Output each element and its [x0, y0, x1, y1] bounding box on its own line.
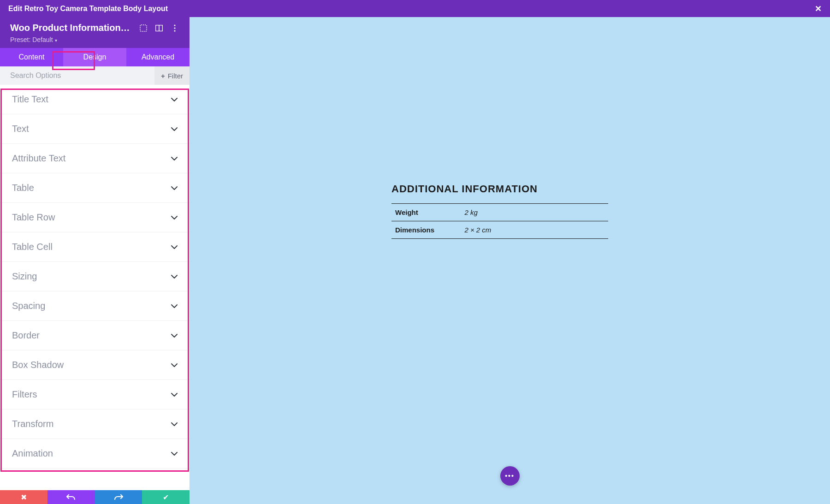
filter-label: Filter: [168, 72, 183, 80]
check-icon: ✔: [163, 493, 169, 502]
window-title: Edit Retro Toy Camera Template Body Layo…: [8, 5, 168, 13]
product-info-block: ADDITIONAL INFORMATION Weight 2 kg Dimen…: [391, 183, 608, 239]
redo-icon: [114, 493, 123, 501]
save-button[interactable]: ✔: [142, 490, 190, 504]
svg-point-3: [174, 24, 175, 26]
additional-info-heading: ADDITIONAL INFORMATION: [391, 183, 608, 195]
svg-point-5: [174, 30, 175, 31]
option-group[interactable]: Text: [0, 114, 190, 144]
option-group[interactable]: Title Text: [0, 85, 190, 114]
option-group[interactable]: Table Cell: [0, 232, 190, 262]
chevron-down-icon: [171, 127, 178, 131]
action-bar: ✖ ✔: [0, 490, 190, 504]
chevron-down-icon: [171, 275, 178, 279]
preview-canvas: ADDITIONAL INFORMATION Weight 2 kg Dimen…: [190, 17, 830, 504]
undo-button[interactable]: [47, 490, 95, 504]
canvas-menu-fab[interactable]: •••: [500, 466, 520, 486]
window-titlebar: Edit Retro Toy Camera Template Body Layo…: [0, 0, 830, 17]
chevron-down-icon: [171, 304, 178, 308]
option-group[interactable]: Border: [0, 321, 190, 350]
tabs: Content Design Advanced: [0, 48, 190, 66]
close-icon[interactable]: ✕: [815, 4, 822, 14]
columns-icon[interactable]: [154, 24, 164, 33]
row-key: Dimensions: [391, 221, 461, 239]
chevron-down-icon: [171, 157, 178, 160]
group-label: Table Cell: [12, 242, 53, 252]
option-group[interactable]: Attribute Text: [0, 144, 190, 173]
info-table: Weight 2 kg Dimensions 2 × 2 cm: [391, 203, 608, 239]
row-key: Weight: [391, 204, 461, 221]
group-label: Text: [12, 124, 29, 134]
chevron-down-icon: [171, 245, 178, 249]
dots-icon: •••: [505, 472, 515, 480]
preset-dropdown[interactable]: Preset: Default ▾: [10, 36, 179, 43]
chevron-down-icon: [171, 216, 178, 219]
tab-design[interactable]: Design: [63, 48, 126, 66]
option-group[interactable]: Spacing: [0, 291, 190, 321]
group-label: Title Text: [12, 94, 48, 105]
search-bar: + Filter: [0, 66, 190, 85]
option-group[interactable]: Sizing: [0, 262, 190, 291]
close-icon: ✖: [21, 493, 27, 502]
group-label: Table Row: [12, 212, 55, 223]
svg-point-4: [174, 27, 175, 29]
undo-icon: [66, 493, 76, 501]
search-input[interactable]: [10, 71, 154, 80]
option-group[interactable]: Table: [0, 173, 190, 203]
chevron-down-icon: [171, 98, 178, 101]
chevron-down-icon: [171, 422, 178, 426]
tab-content[interactable]: Content: [0, 48, 63, 66]
svg-rect-0: [140, 25, 147, 31]
chevron-down-icon: [171, 393, 178, 397]
group-label: Attribute Text: [12, 153, 65, 164]
group-label: Box Shadow: [12, 360, 64, 370]
plus-icon: +: [161, 72, 165, 80]
filter-button[interactable]: + Filter: [154, 66, 190, 85]
group-label: Filters: [12, 389, 37, 400]
group-label: Border: [12, 330, 40, 341]
table-row: Dimensions 2 × 2 cm: [391, 221, 608, 239]
table-row: Weight 2 kg: [391, 204, 608, 221]
group-label: Sizing: [12, 271, 37, 282]
row-value: 2 kg: [461, 204, 608, 221]
option-group[interactable]: Box Shadow: [0, 350, 190, 380]
chevron-down-icon: [171, 363, 178, 367]
option-groups: Title TextTextAttribute TextTableTable R…: [0, 85, 190, 490]
settings-sidebar: Woo Product Information S... Preset: Def…: [0, 17, 190, 490]
group-label: Table: [12, 183, 34, 193]
chevron-down-icon: [171, 186, 178, 190]
group-label: Animation: [12, 448, 53, 459]
module-header: Woo Product Information S... Preset: Def…: [0, 17, 190, 48]
caret-down-icon: ▾: [54, 38, 58, 43]
chevron-down-icon: [171, 334, 178, 338]
group-label: Transform: [12, 419, 53, 429]
kebab-icon[interactable]: [170, 24, 179, 33]
help-icon[interactable]: [139, 24, 148, 33]
module-title: Woo Product Information S...: [10, 23, 132, 33]
option-group[interactable]: Table Row: [0, 203, 190, 232]
preset-label: Preset: Default: [10, 36, 53, 43]
redo-button[interactable]: [95, 490, 142, 504]
option-group[interactable]: Transform: [0, 409, 190, 439]
group-label: Spacing: [12, 301, 45, 311]
option-group[interactable]: Filters: [0, 380, 190, 409]
tab-advanced[interactable]: Advanced: [126, 48, 190, 66]
discard-button[interactable]: ✖: [0, 490, 47, 504]
option-group[interactable]: Animation: [0, 439, 190, 468]
chevron-down-icon: [171, 452, 178, 456]
row-value: 2 × 2 cm: [461, 221, 608, 239]
